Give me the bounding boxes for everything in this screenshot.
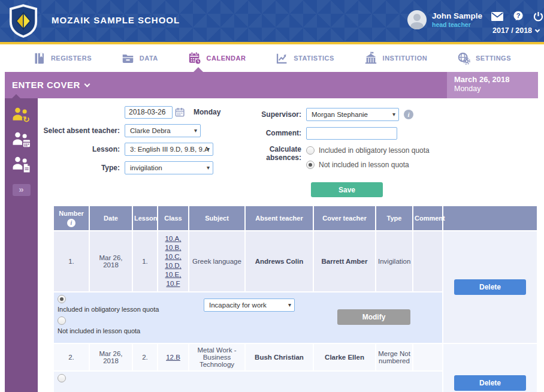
cell-type: Merge Not numbered — [376, 344, 412, 370]
class-link[interactable]: 10.F — [160, 279, 186, 288]
cell-class: 10.A 10.B 10.C 10.D 10.E 10.F — [158, 231, 188, 291]
data-icon — [122, 52, 134, 65]
info-icon[interactable]: i — [404, 110, 413, 119]
class-link[interactable]: 10.E — [160, 270, 186, 279]
absence-reason-select[interactable]: Incapacity for work — [204, 298, 295, 312]
comment-input[interactable] — [306, 127, 397, 140]
absent-teacher-select[interactable]: Clarke Debra — [125, 124, 201, 137]
col-cover-teacher: Cover teacher — [314, 206, 375, 230]
cell-actions: Delete — [443, 344, 537, 392]
delete-button[interactable]: Delete — [454, 279, 526, 295]
power-icon[interactable] — [533, 11, 543, 22]
cell-subject: Greek language — [189, 231, 244, 291]
table-header-row: Number i Date Lesson Class Subject Absen… — [54, 206, 537, 230]
cell-date: Mar 26, 2018 — [90, 231, 132, 291]
nav-calendar-label: CALENDAR — [207, 55, 246, 62]
col-absent-teacher: Absent teacher — [246, 206, 313, 230]
svg-text:?: ? — [516, 12, 521, 19]
statistics-icon — [276, 52, 288, 65]
calendar-picker-icon[interactable] — [175, 107, 185, 117]
settings-icon — [457, 52, 470, 65]
delete-button[interactable]: Delete — [454, 375, 526, 391]
school-name: MOZAIK SAMPLE SCHOOL — [52, 15, 180, 25]
class-link[interactable]: 10.B — [160, 243, 186, 252]
type-label: Type: — [38, 164, 125, 172]
user-name: John Sample — [432, 11, 482, 20]
radio-not-included-quota[interactable] — [306, 161, 315, 169]
nav-institution-label: INSTITUTION — [383, 55, 428, 62]
user-avatar[interactable] — [407, 10, 427, 29]
cover-table: Number i Date Lesson Class Subject Absen… — [53, 205, 538, 392]
class-link[interactable]: 10.C — [160, 252, 186, 261]
nav-settings-label: SETTINGS — [476, 55, 511, 62]
class-link[interactable]: 10.D — [160, 261, 186, 270]
section-header: ENTER COVER March 26, 2018 Monday — [5, 72, 538, 98]
lesson-select[interactable]: 3: English III 9.D, 9.B, 9.A — [125, 143, 213, 156]
enter-cover-menu[interactable]: ENTER COVER — [12, 80, 89, 90]
save-button[interactable]: Save — [311, 182, 383, 197]
mail-icon[interactable] — [491, 12, 503, 21]
user-block[interactable]: John Sample head teacher — [407, 10, 482, 29]
calculate-absences-label: Calculate absences: — [235, 145, 306, 174]
cell-type: Invigilation — [376, 231, 412, 291]
sidebar-expand-button[interactable]: » — [13, 184, 31, 196]
nav-settings[interactable]: SETTINGS — [457, 52, 511, 65]
main-nav: REGISTERS DATA CALENDAR STAT — [0, 44, 544, 72]
main-content: Monday Select absent teacher: Clarke Deb… — [38, 98, 538, 392]
type-select[interactable]: invigilation — [125, 161, 213, 174]
institution-icon — [364, 52, 377, 65]
radio-included-quota[interactable] — [306, 146, 315, 155]
nav-registers[interactable]: REGISTERS — [33, 52, 92, 65]
cell-date: Mar 26, 2018 — [90, 344, 132, 370]
row-radio-not-included[interactable] — [58, 316, 66, 325]
svg-text:↻: ↻ — [23, 114, 30, 123]
col-number: Number i — [54, 206, 89, 230]
cell-cover-teacher: Barrett Amber — [314, 231, 375, 291]
nav-registers-label: REGISTERS — [51, 55, 92, 62]
supervisor-label: Supervisor: — [235, 110, 306, 119]
cover-substitution-icon[interactable]: ↻ — [12, 107, 31, 123]
nav-data[interactable]: DATA — [122, 52, 158, 65]
cover-calendar-icon[interactable] — [12, 131, 31, 148]
supervisor-select[interactable]: Morgan Stephanie — [306, 108, 399, 121]
row-radio-not-included-label: Not included in lesson quota — [58, 327, 159, 334]
lesson-label: Lesson: — [38, 145, 125, 153]
col-subject: Subject — [189, 206, 244, 230]
modify-button[interactable]: Modify — [337, 309, 410, 325]
nav-institution[interactable]: INSTITUTION — [364, 52, 428, 65]
weekday-label: Monday — [194, 108, 220, 116]
school-year-selector[interactable]: 2017 / 2018 — [492, 26, 539, 35]
cell-actions: Delete — [443, 231, 537, 343]
selected-date-panel: March 26, 2018 Monday — [447, 72, 538, 98]
number-info-icon[interactable]: i — [67, 219, 75, 227]
col-type: Type — [376, 206, 412, 230]
registers-icon — [33, 52, 46, 65]
col-date: Date — [90, 206, 132, 230]
nav-statistics[interactable]: STATISTICS — [276, 52, 334, 65]
cover-report-icon[interactable] — [12, 156, 31, 173]
class-link[interactable]: 12.B — [160, 353, 186, 362]
nav-statistics-label: STATISTICS — [294, 55, 334, 62]
date-input[interactable] — [125, 106, 173, 119]
cell-number: 2. — [54, 344, 89, 370]
cell-absent-teacher: Andrews Colin — [246, 231, 313, 291]
cell-class: 12.B — [158, 344, 188, 370]
table-row: 1. Mar 26, 2018 1. 10.A 10.B 10.C 10.D 1… — [54, 231, 537, 291]
selected-date: March 26, 2018 — [454, 75, 531, 84]
cell-lesson: 2. — [133, 344, 157, 370]
school-logo-icon — [8, 4, 38, 40]
col-comment: Comment — [413, 206, 442, 230]
nav-calendar[interactable]: CALENDAR — [188, 52, 246, 65]
cell-cover-teacher: Clarke Ellen — [314, 344, 375, 370]
cell-lesson: 1. — [133, 231, 157, 291]
cell-comment — [413, 344, 442, 370]
chevron-down-icon — [84, 82, 90, 88]
user-role: head teacher — [432, 21, 482, 28]
calendar-icon — [188, 52, 201, 65]
radio-included-label: Included in obligatory lesson quota — [319, 146, 430, 155]
cell-absent-teacher: Bush Christian — [246, 344, 313, 370]
row-radio-included[interactable] — [58, 295, 66, 303]
class-link[interactable]: 10.A — [160, 234, 186, 243]
help-icon[interactable]: ? — [513, 11, 524, 22]
row-radio-included[interactable] — [58, 374, 66, 382]
